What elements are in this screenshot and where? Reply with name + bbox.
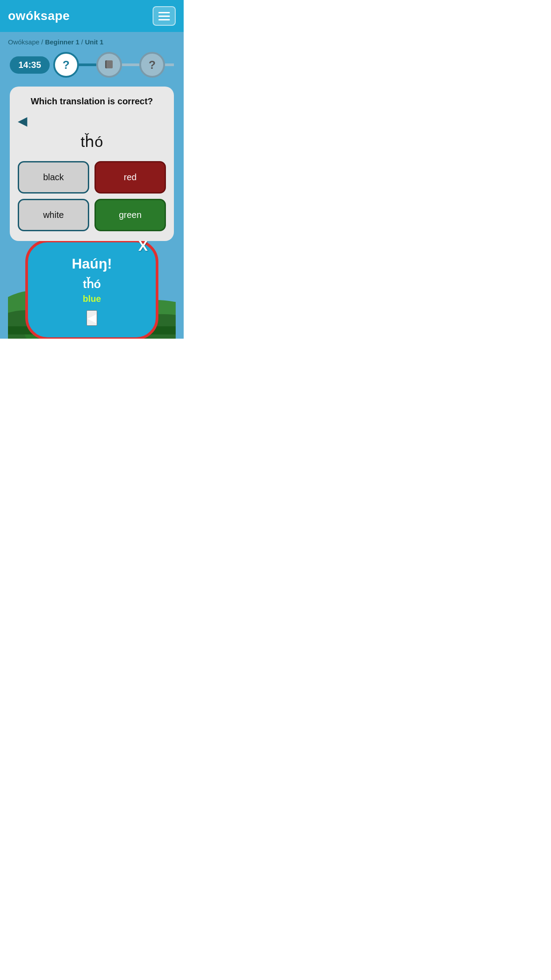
step-line-3 [165, 63, 174, 66]
step-2-circle [96, 52, 122, 78]
option-red[interactable]: red [94, 161, 166, 194]
popup-exclaim: Haúŋ! [37, 256, 147, 272]
menu-button[interactable] [153, 6, 176, 26]
options-grid: black red white green [18, 161, 166, 231]
progress-row: 14:35 ? ? [8, 52, 176, 78]
step-1-circle: ? [53, 52, 79, 78]
audio-button[interactable]: ◀ [18, 114, 28, 128]
landscape-bg: X Haúŋ! tȟó blue ◀ [8, 241, 176, 339]
quiz-card: Which translation is correct? ◀ tȟó blac… [10, 87, 174, 241]
feedback-popup: X Haúŋ! tȟó blue ◀ [25, 241, 158, 339]
breadcrumb: Owóksape / Beginner 1 / Unit 1 [8, 38, 176, 46]
timer-badge: 14:35 [10, 56, 50, 74]
svg-rect-1 [106, 60, 113, 68]
menu-icon-line1 [158, 12, 170, 13]
quiz-question: Which translation is correct? [18, 96, 166, 107]
main-content: Owóksape / Beginner 1 / Unit 1 14:35 ? ? [0, 32, 184, 339]
option-white[interactable]: white [18, 199, 89, 231]
menu-icon-line2 [158, 16, 170, 17]
popup-translation: blue [37, 294, 147, 304]
popup-close-button[interactable]: X [138, 241, 148, 254]
option-green[interactable]: green [94, 199, 166, 231]
popup-word: tȟó [37, 277, 147, 291]
breadcrumb-item-1[interactable]: Beginner 1 [45, 38, 79, 46]
menu-icon-line3 [158, 19, 170, 20]
breadcrumb-item-2[interactable]: Unit 1 [85, 38, 103, 46]
popup-audio-button[interactable]: ◀ [87, 310, 97, 326]
quiz-word: tȟó [18, 133, 166, 150]
step-line-2 [122, 63, 139, 66]
popup-overlay: X Haúŋ! tȟó blue ◀ [8, 241, 176, 339]
option-black[interactable]: black [18, 161, 89, 194]
bg-area: Owóksape / Beginner 1 / Unit 1 14:35 ? ? [0, 32, 184, 339]
app-header: owóksape [0, 0, 184, 32]
breadcrumb-item-0[interactable]: Owóksape [8, 38, 39, 46]
app-title: owóksape [8, 9, 70, 23]
step-3-circle: ? [139, 52, 165, 78]
step-line-1 [79, 63, 96, 66]
card-icon [103, 59, 115, 71]
